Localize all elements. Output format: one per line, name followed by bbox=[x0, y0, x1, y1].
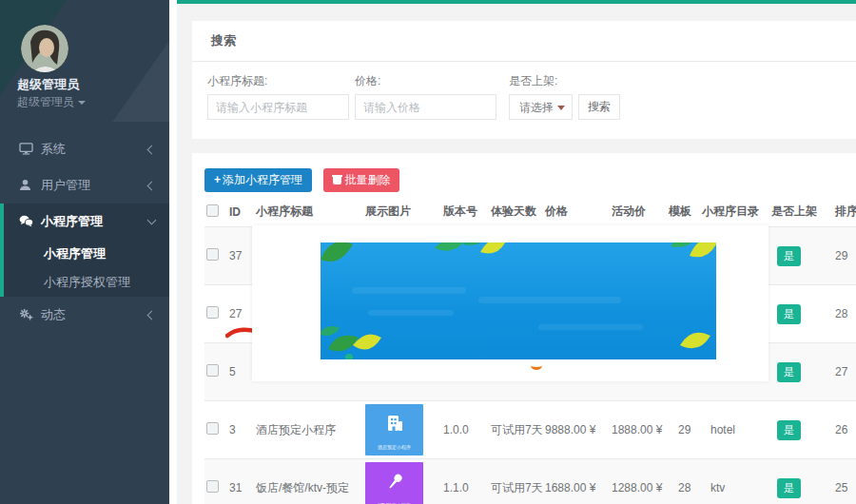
col-version: 版本号 bbox=[441, 198, 489, 227]
row-checkbox[interactable] bbox=[206, 306, 219, 319]
col-image: 展示图片 bbox=[363, 198, 441, 227]
table-row: 3 酒店预定小程序 酒店预定小 bbox=[204, 401, 856, 459]
user-avatar bbox=[21, 25, 68, 72]
app-window: 超级管理员 超级管理员 系统 用户管理 小程序管理 bbox=[0, 0, 856, 504]
field-listed: 是否上架: 请选择 搜索 bbox=[509, 73, 620, 120]
preview-image bbox=[321, 242, 716, 359]
col-price: 价格 bbox=[543, 198, 610, 227]
chevron-left-icon bbox=[147, 145, 157, 155]
sidebar-item-miniprogram[interactable]: 小程序管理 bbox=[4, 204, 169, 240]
row-checkbox[interactable] bbox=[206, 248, 219, 261]
field-price: 价格: bbox=[355, 73, 496, 120]
microphone-icon bbox=[384, 472, 405, 493]
search-panel-title: 搜索 bbox=[192, 21, 856, 62]
row-checkbox[interactable] bbox=[206, 364, 219, 377]
sidebar-subitem-miniprogram-manage[interactable]: 小程序管理 bbox=[4, 240, 169, 268]
chevron-left-icon bbox=[147, 182, 157, 191]
search-form: 小程序标题: 价格: 是否上架: 请选择 搜索 bbox=[192, 62, 856, 139]
add-miniprogram-button[interactable]: 添加小程序管理 bbox=[204, 168, 312, 192]
select-caret-icon bbox=[557, 106, 565, 110]
field-title: 小程序标题: bbox=[207, 73, 349, 120]
table-row: 31 饭店/餐馆/ktv-预定 KTV预定小程序 bbox=[204, 459, 856, 504]
sidebar: 超级管理员 超级管理员 系统 用户管理 小程序管理 bbox=[0, 0, 169, 504]
sidebar-subitem-miniprogram-auth[interactable]: 小程序授权管理 bbox=[4, 268, 169, 297]
title-field-label: 小程序标题: bbox=[207, 73, 349, 89]
trash-icon bbox=[333, 175, 341, 184]
sidebar-item-activity[interactable]: 动态 bbox=[0, 297, 169, 333]
search-panel: 搜索 小程序标题: 价格: 是否上架: 请选择 bbox=[192, 21, 856, 139]
col-title: 小程序标题 bbox=[254, 198, 363, 227]
hotel-icon bbox=[385, 414, 404, 435]
listed-badge[interactable]: 是 bbox=[777, 304, 801, 324]
user-role-dropdown[interactable]: 超级管理员 bbox=[17, 94, 86, 110]
comments-icon bbox=[19, 205, 33, 242]
table-header-row: ID 小程序标题 展示图片 版本号 体验天数 价格 活动价 模板 小程序目录 是… bbox=[204, 198, 856, 227]
sidebar-item-system[interactable]: 系统 bbox=[0, 131, 169, 167]
listed-badge[interactable]: 是 bbox=[777, 478, 801, 498]
search-button[interactable]: 搜索 bbox=[578, 94, 620, 120]
ktv-thumbnail[interactable]: KTV预定小程序 bbox=[365, 462, 423, 504]
col-id: ID bbox=[227, 198, 254, 227]
sidebar-group-miniprogram: 小程序管理 小程序管理 小程序授权管理 bbox=[0, 204, 169, 297]
caret-down-icon bbox=[78, 101, 86, 105]
title-input[interactable] bbox=[207, 94, 349, 120]
col-template: 模板 bbox=[667, 198, 700, 227]
chevron-down-icon bbox=[147, 216, 157, 225]
monitor-icon bbox=[19, 133, 33, 169]
listed-badge[interactable]: 是 bbox=[777, 246, 801, 266]
price-input[interactable] bbox=[355, 94, 496, 120]
listed-badge[interactable]: 是 bbox=[777, 362, 801, 382]
hotel-thumbnail[interactable]: 酒店预定小程序 bbox=[365, 404, 423, 456]
user-icon bbox=[19, 169, 33, 205]
sidebar-profile: 超级管理员 超级管理员 bbox=[0, 0, 169, 122]
col-activity-price: 活动价 bbox=[610, 198, 667, 227]
row-checkbox[interactable] bbox=[206, 422, 219, 435]
sidebar-item-users[interactable]: 用户管理 bbox=[0, 167, 169, 204]
leaves-decoration bbox=[321, 242, 716, 359]
batch-delete-button[interactable]: 批量删除 bbox=[323, 168, 399, 192]
user-name: 超级管理员 bbox=[17, 76, 79, 93]
listed-badge[interactable]: 是 bbox=[777, 420, 801, 440]
accent-topbar bbox=[177, 0, 856, 4]
col-directory: 小程序目录 bbox=[700, 198, 769, 227]
table-toolbar: 添加小程序管理 批量删除 bbox=[204, 168, 856, 192]
cogs-icon bbox=[19, 299, 33, 335]
cell-id: 37 bbox=[227, 227, 254, 285]
select-all-checkbox[interactable] bbox=[206, 204, 219, 217]
chevron-left-icon bbox=[147, 311, 157, 320]
col-days: 体验天数 bbox=[489, 198, 543, 227]
orange-mark bbox=[531, 361, 542, 370]
plus-icon bbox=[214, 173, 223, 186]
col-listed: 是否上架 bbox=[769, 198, 833, 227]
price-field-label: 价格: bbox=[355, 73, 496, 89]
listed-select[interactable]: 请选择 bbox=[509, 94, 573, 120]
row-checkbox[interactable] bbox=[206, 480, 219, 493]
col-sort: 排序 bbox=[833, 198, 856, 227]
listed-field-label: 是否上架: bbox=[509, 73, 620, 89]
sidebar-menu: 系统 用户管理 小程序管理 小程序管理 小程序授权管理 bbox=[0, 131, 169, 333]
image-preview-overlay bbox=[252, 225, 768, 381]
